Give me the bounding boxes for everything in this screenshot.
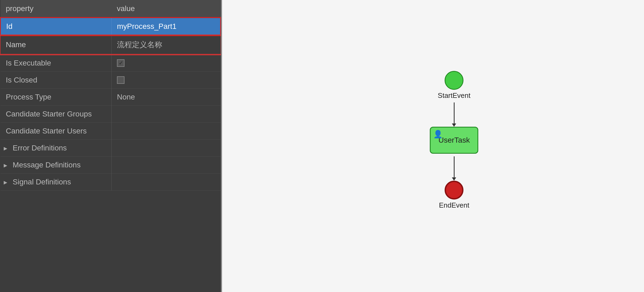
bpmn-diagram: StartEvent 👤 UserTask EndEvent — [430, 71, 478, 209]
property-cell-error-definitions: ► Error Definitions — [1, 140, 112, 157]
table-row-is-closed[interactable]: Is Closed — [1, 72, 221, 89]
right-panel: Diagram StartEvent 👤 UserTask — [221, 0, 644, 292]
property-cell-signal-definitions: ► Signal Definitions — [1, 174, 112, 191]
properties-table: property value Id myProcess_Part1 Name 流… — [0, 0, 221, 191]
is-executable-checkbox[interactable] — [117, 59, 124, 67]
property-cell-is-closed: Is Closed — [1, 72, 112, 89]
table-row-is-executable[interactable]: Is Executable — [1, 54, 221, 72]
table-row-error-definitions[interactable]: ► Error Definitions — [1, 140, 221, 157]
property-cell-candidate-starter-users: Candidate Starter Users — [1, 123, 112, 140]
table-header: property value — [1, 0, 221, 18]
user-task-wrapper: 👤 UserTask — [430, 127, 478, 154]
diagram-canvas: StartEvent 👤 UserTask EndEvent — [222, 0, 644, 292]
arrow-task-to-end — [454, 156, 455, 178]
is-closed-checkbox[interactable] — [117, 76, 124, 84]
start-event[interactable] — [445, 71, 463, 90]
user-task-label: UserTask — [438, 136, 470, 145]
user-task-icon: 👤 — [433, 130, 443, 139]
start-event-wrapper: StartEvent — [438, 71, 470, 100]
property-cell-candidate-starter-groups: Candidate Starter Groups — [1, 106, 112, 123]
value-cell-is-executable — [112, 54, 221, 72]
table-row-name[interactable]: Name 流程定义名称 — [1, 35, 221, 54]
table-row-signal-definitions[interactable]: ► Signal Definitions — [1, 174, 221, 191]
user-task[interactable]: 👤 UserTask — [430, 127, 478, 154]
end-event-wrapper: EndEvent — [439, 181, 469, 209]
property-cell-process-type: Process Type — [1, 89, 112, 106]
value-cell-candidate-starter-groups — [112, 106, 221, 123]
table-row-candidate-starter-groups[interactable]: Candidate Starter Groups — [1, 106, 221, 123]
property-header: property — [1, 0, 112, 18]
expand-arrow-message: ► — [3, 162, 9, 169]
start-event-label: StartEvent — [438, 91, 470, 100]
property-cell-id: Id — [1, 18, 112, 35]
value-cell-is-closed — [112, 72, 221, 89]
value-cell-message-definitions — [112, 157, 221, 174]
table-row-process-type[interactable]: Process Type None — [1, 89, 221, 106]
table-row-candidate-starter-users[interactable]: Candidate Starter Users — [1, 123, 221, 140]
end-event-label: EndEvent — [439, 201, 469, 209]
value-cell-error-definitions — [112, 140, 221, 157]
value-cell-id[interactable]: myProcess_Part1 — [112, 18, 221, 35]
table-row-message-definitions[interactable]: ► Message Definitions — [1, 157, 221, 174]
left-panel: property value Id myProcess_Part1 Name 流… — [0, 0, 221, 292]
value-cell-candidate-starter-users — [112, 123, 221, 140]
value-header: value — [112, 0, 221, 18]
property-cell-message-definitions: ► Message Definitions — [1, 157, 112, 174]
value-cell-signal-definitions — [112, 174, 221, 191]
arrow-start-to-task — [454, 102, 455, 124]
expand-arrow-error: ► — [3, 145, 9, 152]
property-cell-name: Name — [1, 35, 112, 54]
property-cell-is-executable: Is Executable — [1, 54, 112, 72]
table-row-id[interactable]: Id myProcess_Part1 — [1, 18, 221, 35]
end-event[interactable] — [445, 181, 463, 200]
value-cell-process-type[interactable]: None — [112, 89, 221, 106]
expand-arrow-signal: ► — [3, 179, 9, 186]
value-cell-name[interactable]: 流程定义名称 — [112, 35, 221, 54]
